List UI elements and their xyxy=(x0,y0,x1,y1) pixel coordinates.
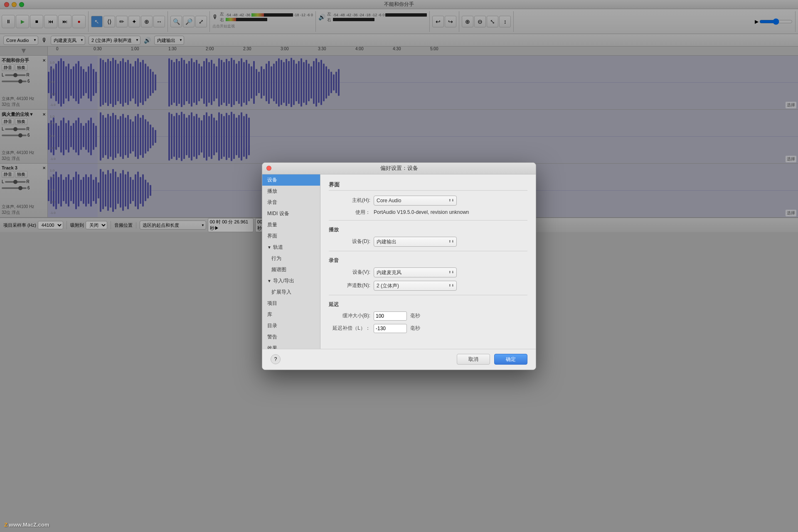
sidebar-item-recording[interactable]: 录音 xyxy=(262,197,320,208)
latency-section-title: 延迟 xyxy=(329,301,527,308)
host-label: 主机(H): xyxy=(329,197,370,204)
playback-device-select[interactable]: 内建输出 xyxy=(374,237,457,247)
modal-close-button[interactable] xyxy=(266,166,271,171)
preferences-modal: 偏好设置：设备 设备 播放 录音 MIDI 设备 质量 界面 ▼ 轨道 行为 频… xyxy=(262,162,536,370)
buffer-unit: 毫秒 xyxy=(410,312,420,319)
sidebar-item-tracks-section[interactable]: ▼ 轨道 xyxy=(262,242,320,253)
sidebar-item-importexport-section[interactable]: ▼ 导入/导出 xyxy=(262,275,320,287)
modal-body: 设备 播放 录音 MIDI 设备 质量 界面 ▼ 轨道 行为 频谱图 ▼ 导入/… xyxy=(262,174,536,349)
host-row: 主机(H): Core Audio ⬆⬇ xyxy=(329,196,527,206)
latency-comp-row: 延迟补偿（L）： 毫秒 xyxy=(329,324,527,333)
modal-overlay: 偏好设置：设备 设备 播放 录音 MIDI 设备 质量 界面 ▼ 轨道 行为 频… xyxy=(0,0,798,532)
playback-section-title: 播放 xyxy=(329,226,527,233)
host-select[interactable]: Core Audio xyxy=(374,196,457,206)
divider-2 xyxy=(329,251,527,251)
recording-device-label: 设备(V): xyxy=(329,269,370,276)
sidebar-item-midi[interactable]: MIDI 设备 xyxy=(262,208,320,219)
sidebar-tracks-label: 轨道 xyxy=(273,244,283,251)
watermark-prefix: Z xyxy=(4,522,9,528)
modal-sidebar: 设备 播放 录音 MIDI 设备 质量 界面 ▼ 轨道 行为 频谱图 ▼ 导入/… xyxy=(262,174,320,349)
modal-main-content: 界面 主机(H): Core Audio ⬆⬇ 使用： PortAudio V1… xyxy=(320,174,536,349)
sidebar-item-directories[interactable]: 目录 xyxy=(262,320,320,331)
modal-footer: ? 取消 确定 xyxy=(262,349,536,370)
recording-section-title: 录音 xyxy=(329,257,527,264)
sidebar-item-library[interactable]: 库 xyxy=(262,309,320,320)
latency-comp-unit: 毫秒 xyxy=(410,325,420,332)
modal-title: 偏好设置：设备 xyxy=(380,164,418,172)
help-button[interactable]: ? xyxy=(271,354,281,364)
sidebar-item-extended-import[interactable]: 扩展导入 xyxy=(262,287,320,298)
recording-device-select-wrapper: 内建麦克风 ⬆⬇ xyxy=(374,267,457,277)
buffer-row: 缓冲大小(B): 毫秒 xyxy=(329,311,527,321)
buffer-input[interactable] xyxy=(374,311,407,321)
importexport-arrow-icon: ▼ xyxy=(267,279,271,283)
sidebar-importexport-label: 导入/导出 xyxy=(273,277,294,284)
tracks-arrow-icon: ▼ xyxy=(267,245,271,250)
portaudio-value: PortAudio V19.5.0-devel, revision unknow… xyxy=(374,209,469,215)
host-select-wrapper: Core Audio ⬆⬇ xyxy=(374,196,457,206)
sidebar-item-spectrogram[interactable]: 频谱图 xyxy=(262,264,320,275)
sidebar-item-project[interactable]: 项目 xyxy=(262,298,320,309)
divider-1 xyxy=(329,220,527,221)
sidebar-item-interface[interactable]: 界面 xyxy=(262,230,320,242)
watermark: Z www.MacZ.com xyxy=(4,522,49,528)
latency-comp-label: 延迟补偿（L）： xyxy=(329,325,370,332)
cancel-button[interactable]: 取消 xyxy=(457,354,490,365)
sidebar-item-playback[interactable]: 播放 xyxy=(262,186,320,197)
sidebar-item-devices[interactable]: 设备 xyxy=(262,174,320,186)
channels-form-select-wrapper: 2 (立体声) ⬆⬇ xyxy=(374,281,457,291)
sidebar-item-behavior[interactable]: 行为 xyxy=(262,253,320,264)
recording-device-row: 设备(V): 内建麦克风 ⬆⬇ xyxy=(329,267,527,277)
portaudio-label: 使用： xyxy=(329,209,370,216)
channels-row: 声道数(N): 2 (立体声) ⬆⬇ xyxy=(329,281,527,291)
playback-device-row: 设备(D): 内建输出 ⬆⬇ xyxy=(329,237,527,247)
sidebar-item-warnings[interactable]: 警告 xyxy=(262,331,320,343)
playback-device-select-wrapper: 内建输出 ⬆⬇ xyxy=(374,237,457,247)
latency-comp-input[interactable] xyxy=(374,324,407,333)
sidebar-item-quality[interactable]: 质量 xyxy=(262,219,320,230)
modal-section-title: 界面 xyxy=(329,181,527,191)
modal-titlebar: 偏好设置：设备 xyxy=(262,163,536,174)
buffer-label: 缓冲大小(B): xyxy=(329,312,370,319)
sidebar-item-effects[interactable]: 效果 xyxy=(262,343,320,349)
channels-form-label: 声道数(N): xyxy=(329,282,370,289)
recording-device-select[interactable]: 内建麦克风 xyxy=(374,267,457,277)
playback-device-label: 设备(D): xyxy=(329,238,370,245)
portaudio-row: 使用： PortAudio V19.5.0-devel, revision un… xyxy=(329,209,527,216)
channels-form-select[interactable]: 2 (立体声) xyxy=(374,281,457,291)
divider-3 xyxy=(329,295,527,295)
watermark-url: www.MacZ.com xyxy=(9,522,49,528)
ok-button[interactable]: 确定 xyxy=(494,354,527,365)
